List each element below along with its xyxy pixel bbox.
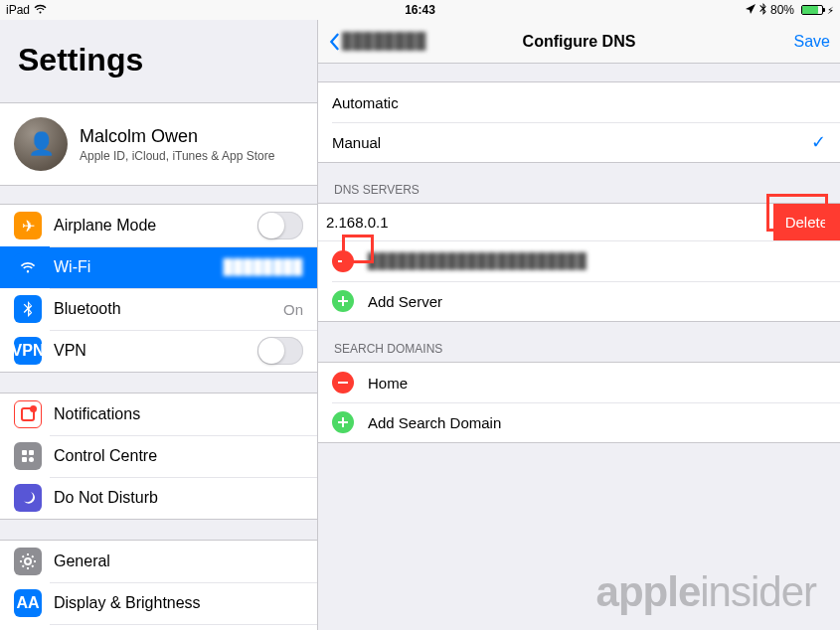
sidebar-item-label: Airplane Mode	[54, 217, 257, 235]
sidebar-item-label: Control Centre	[54, 447, 303, 465]
svg-point-4	[25, 558, 31, 564]
wifi-status-icon	[34, 3, 47, 17]
mode-label: Automatic	[332, 94, 826, 111]
add-search-domain-label: Add Search Domain	[368, 414, 826, 431]
bluetooth-status: On	[283, 301, 303, 318]
dns-servers-group: 2.168.0.1 Delete ██████████████████████ …	[318, 203, 840, 322]
profile-subtitle: Apple ID, iCloud, iTunes & App Store	[80, 149, 274, 163]
profile-name: Malcolm Owen	[80, 126, 274, 147]
delete-button[interactable]: Delete	[773, 204, 840, 240]
back-label: ████████	[342, 32, 426, 51]
section-header-search-domains: SEARCH DOMAINS	[318, 322, 840, 362]
dnd-icon	[14, 484, 42, 512]
avatar: 👤	[14, 117, 68, 171]
add-search-domain-row[interactable]: Add Search Domain	[318, 402, 840, 442]
sidebar-item-label: Do Not Disturb	[54, 489, 303, 507]
control-centre-icon	[14, 442, 42, 470]
search-domain-row[interactable]: Home	[318, 363, 840, 402]
back-button[interactable]: ████████	[328, 32, 426, 51]
search-domains-group: Home Add Search Domain	[318, 362, 840, 443]
dns-server-value: 2.168.0.1	[326, 214, 389, 231]
bluetooth-tile-icon	[14, 295, 42, 323]
sidebar-item-do-not-disturb[interactable]: Do Not Disturb	[0, 477, 317, 519]
sidebar-item-notifications[interactable]: Notifications	[0, 394, 317, 435]
sidebar-group-connectivity: ✈ Airplane Mode Wi-Fi ████████ Bluetooth…	[0, 204, 317, 373]
settings-sidebar: Settings 👤 Malcolm Owen Apple ID, iCloud…	[0, 20, 318, 630]
svg-rect-1	[29, 450, 34, 455]
sidebar-item-label: General	[54, 552, 303, 570]
check-icon: ✓	[811, 131, 826, 153]
wifi-network-name: ████████	[224, 258, 303, 276]
status-bar: iPad 16:43 80% ⚡︎	[0, 0, 840, 20]
sidebar-item-label: Wi-Fi	[54, 258, 224, 276]
charging-icon: ⚡︎	[827, 5, 834, 16]
sidebar-item-label: VPN	[54, 342, 257, 360]
page-title: Configure DNS	[523, 33, 636, 51]
section-header-dns: DNS SERVERS	[318, 163, 840, 203]
airplane-icon: ✈	[14, 212, 42, 239]
sidebar-item-general[interactable]: General	[0, 541, 317, 582]
battery-percent: 80%	[770, 3, 794, 17]
gear-icon	[14, 548, 42, 575]
battery-icon	[801, 5, 823, 15]
dns-server-row[interactable]: ██████████████████████	[318, 241, 840, 281]
location-icon	[746, 3, 756, 17]
bluetooth-icon	[759, 3, 766, 18]
dns-server-value: ██████████████████████	[368, 252, 826, 270]
watermark: appleinsider	[596, 568, 816, 616]
add-server-row[interactable]: Add Server	[318, 281, 840, 321]
sidebar-item-wifi[interactable]: Wi-Fi ████████	[0, 246, 317, 288]
sidebar-item-airplane-mode[interactable]: ✈ Airplane Mode	[0, 205, 317, 246]
search-domain-value: Home	[368, 375, 826, 392]
airplane-toggle[interactable]	[257, 212, 303, 239]
save-button[interactable]: Save	[794, 33, 830, 51]
sidebar-item-vpn[interactable]: VPN VPN	[0, 330, 317, 372]
sidebar-group-general: General AA Display & Brightness Wallpape…	[0, 540, 317, 630]
svg-point-3	[29, 457, 34, 462]
vpn-toggle[interactable]	[257, 337, 303, 365]
add-icon[interactable]	[332, 411, 354, 433]
add-server-label: Add Server	[368, 293, 826, 310]
add-icon[interactable]	[332, 290, 354, 312]
mode-label: Manual	[332, 134, 811, 151]
sidebar-item-label: Bluetooth	[54, 300, 283, 318]
sidebar-item-wallpaper[interactable]: Wallpaper	[0, 624, 317, 630]
sidebar-item-bluetooth[interactable]: Bluetooth On	[0, 288, 317, 330]
mode-manual[interactable]: Manual ✓	[318, 122, 840, 162]
sidebar-item-label: Notifications	[54, 405, 303, 423]
svg-rect-2	[22, 457, 27, 462]
mode-automatic[interactable]: Automatic	[318, 82, 840, 122]
clock: 16:43	[405, 3, 435, 17]
wifi-icon	[14, 253, 42, 281]
remove-icon[interactable]	[332, 250, 354, 272]
display-icon: AA	[14, 589, 42, 617]
remove-icon[interactable]	[332, 372, 354, 394]
notifications-icon	[14, 400, 42, 428]
navbar: ████████ Configure DNS Save	[318, 20, 840, 64]
dns-server-row-swiped[interactable]: 2.168.0.1 Delete	[318, 204, 840, 241]
sidebar-item-label: Display & Brightness	[54, 594, 303, 612]
sidebar-group-alerts: Notifications Control Centre Do Not Dist…	[0, 393, 317, 520]
device-label: iPad	[6, 3, 30, 17]
dns-mode-group: Automatic Manual ✓	[318, 81, 840, 163]
sidebar-item-control-centre[interactable]: Control Centre	[0, 435, 317, 477]
svg-rect-0	[22, 450, 27, 455]
sidebar-item-display-brightness[interactable]: AA Display & Brightness	[0, 582, 317, 624]
apple-id-row[interactable]: 👤 Malcolm Owen Apple ID, iCloud, iTunes …	[0, 102, 317, 186]
vpn-icon: VPN	[14, 337, 42, 365]
detail-pane: ████████ Configure DNS Save Automatic Ma…	[318, 20, 840, 630]
sidebar-title: Settings	[0, 20, 317, 88]
